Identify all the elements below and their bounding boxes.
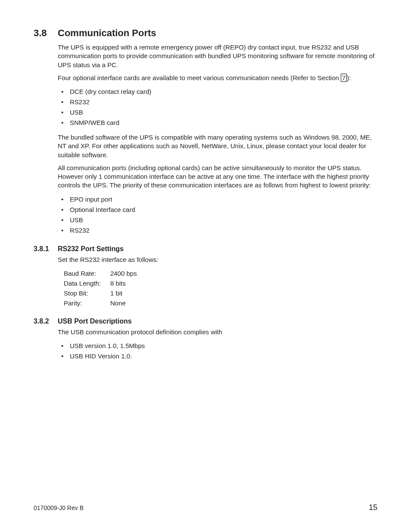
table-row: Baud Rate: 2400 bps <box>64 268 146 278</box>
subsection-number: 3.8.1 <box>34 245 58 253</box>
section-body: The UPS is equipped with a remote emerge… <box>58 43 377 236</box>
priority-list: EPO input port Optional Interface card U… <box>58 194 377 236</box>
section-reference-link[interactable]: 7 <box>341 74 347 82</box>
text: Four optional interface cards are availa… <box>58 74 341 81</box>
interface-card-list: DCE (dry contact relay card) RS232 USB S… <box>58 87 377 128</box>
setting-label: Data Length: <box>64 278 110 288</box>
rs232-settings-table: Baud Rate: 2400 bps Data Length: 8 bits … <box>64 268 146 308</box>
subsection-body: The USB communication protocol definitio… <box>58 328 377 361</box>
subsection-number: 3.8.2 <box>34 317 58 325</box>
section-heading: 3.8 Communication Ports <box>34 28 377 39</box>
text: ): <box>347 74 351 81</box>
table-row: Data Length: 8 bits <box>64 278 146 288</box>
section-title: Communication Ports <box>58 28 156 39</box>
setting-value: 8 bits <box>110 278 146 288</box>
list-item: DCE (dry contact relay card) <box>58 87 377 97</box>
list-item: Optional Interface card <box>58 205 377 215</box>
subsection-body: Set the RS232 interface as follows: Baud… <box>58 255 377 308</box>
setting-value: 1 bit <box>110 288 146 298</box>
setting-value: 2400 bps <box>110 268 146 278</box>
subsection-heading: 3.8.2 USB Port Descriptions <box>34 317 377 325</box>
subsection-heading: 3.8.1 RS232 Port Settings <box>34 245 377 253</box>
usb-compliance-list: USB version 1.0, 1.5Mbps USB HID Version… <box>58 341 377 361</box>
setting-label: Parity: <box>64 298 110 308</box>
setting-label: Baud Rate: <box>64 268 110 278</box>
page-number: 15 <box>369 503 377 512</box>
section-number: 3.8 <box>34 28 58 39</box>
paragraph: Set the RS232 interface as follows: <box>58 255 377 264</box>
subsection-title: USB Port Descriptions <box>58 317 132 325</box>
list-item: USB version 1.0, 1.5Mbps <box>58 341 377 351</box>
list-item: USB HID Version 1.0. <box>58 351 377 361</box>
table-row: Stop Bit: 1 bit <box>64 288 146 298</box>
paragraph: The bundled software of the UPS is compa… <box>58 133 377 159</box>
list-item: EPO input port <box>58 194 377 205</box>
paragraph: All communication ports (including optio… <box>58 164 377 190</box>
document-id: 0170009-J0 Rev B <box>34 504 84 511</box>
list-item: SNMP/WEB card <box>58 118 377 128</box>
list-item: RS232 <box>58 97 377 107</box>
page-footer: 0170009-J0 Rev B 15 <box>34 503 377 512</box>
list-item: USB <box>58 215 377 225</box>
paragraph: The UPS is equipped with a remote emerge… <box>58 43 377 69</box>
setting-value: None <box>110 298 146 308</box>
subsection-title: RS232 Port Settings <box>58 245 124 253</box>
paragraph: Four optional interface cards are availa… <box>58 74 377 82</box>
list-item: USB <box>58 107 377 118</box>
table-row: Parity: None <box>64 298 146 308</box>
paragraph: The USB communication protocol definitio… <box>58 328 377 336</box>
list-item: RS232 <box>58 225 377 236</box>
setting-label: Stop Bit: <box>64 288 110 298</box>
